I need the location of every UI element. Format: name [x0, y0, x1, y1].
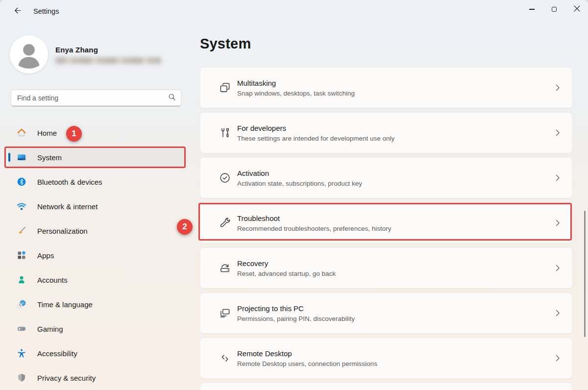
chevron-right-icon — [556, 265, 560, 271]
sidebar-item-home[interactable]: Home — [8, 124, 184, 142]
main-panel: System Multitasking Snap windows, deskto… — [186, 23, 588, 390]
window-title: Settings — [33, 7, 59, 15]
chevron-right-icon — [556, 355, 560, 362]
apps-icon — [17, 250, 26, 260]
accessibility-icon — [17, 348, 26, 358]
card-subtitle: Permissions, pairing PIN, discoverabilit… — [237, 315, 355, 322]
accounts-icon — [17, 275, 26, 285]
sidebar-item-label: Time & language — [37, 300, 93, 309]
card-title: Projecting to this PC — [237, 304, 355, 313]
back-arrow-icon — [13, 6, 22, 17]
search-box — [11, 90, 181, 106]
for-developers-icon — [219, 126, 231, 139]
remote-desktop-icon — [219, 352, 231, 365]
card-remote-desktop[interactable]: Remote Desktop Remote Desktop users, con… — [200, 338, 572, 379]
avatar — [10, 35, 48, 73]
multitasking-icon — [219, 81, 231, 94]
card-projecting-to-this-pc[interactable]: Projecting to this PC Permissions, pairi… — [200, 292, 572, 334]
home-icon — [17, 128, 26, 138]
sidebar-item-label: Accessibility — [37, 349, 77, 358]
sidebar-item-label: System — [37, 153, 62, 162]
profile-text: Enya Zhang — [55, 46, 161, 64]
card-subtitle: These settings are intended for developm… — [237, 135, 394, 142]
content-area: Enya Zhang Home System Bluetooth & devic… — [0, 23, 588, 390]
close-icon — [574, 5, 580, 14]
sidebar-item-gaming[interactable]: Gaming — [8, 320, 184, 338]
profile[interactable]: Enya Zhang — [10, 35, 161, 73]
sidebar-item-accessibility[interactable]: Accessibility — [8, 344, 184, 362]
search-input[interactable] — [17, 94, 168, 102]
chevron-right-icon — [556, 310, 560, 317]
network-icon — [17, 201, 26, 211]
search-icon — [168, 93, 176, 103]
card-troubleshoot[interactable]: Troubleshoot Recommended troubleshooters… — [200, 202, 572, 244]
chevron-right-icon — [556, 174, 560, 181]
minimize-button[interactable] — [520, 0, 543, 19]
troubleshoot-icon — [219, 217, 231, 229]
maximize-icon — [552, 7, 557, 12]
privacy-security-icon — [17, 373, 26, 383]
profile-email-redacted — [55, 57, 161, 64]
sidebar-item-system[interactable]: System — [8, 148, 184, 166]
personalization-icon — [17, 226, 26, 236]
card-multitasking[interactable]: Multitasking Snap windows, desktops, tas… — [200, 67, 572, 108]
card-subtitle: Snap windows, desktops, task switching — [237, 90, 355, 97]
system-icon — [17, 152, 26, 162]
card-recovery[interactable]: Recovery Reset, advanced startup, go bac… — [200, 247, 572, 289]
card-title: Activation — [237, 169, 362, 177]
sidebar-item-personalization[interactable]: Personalization — [8, 222, 184, 240]
settings-card-list: Multitasking Snap windows, desktops, tas… — [200, 67, 572, 390]
card-activation[interactable]: Activation Activation state, subscriptio… — [200, 157, 572, 198]
projecting-icon — [219, 307, 231, 319]
recovery-icon — [219, 262, 231, 274]
minimize-icon — [529, 9, 535, 9]
card-title: For developers — [237, 124, 394, 132]
card-title: Remote Desktop — [237, 349, 377, 358]
chevron-right-icon — [556, 219, 560, 226]
profile-name: Enya Zhang — [55, 46, 161, 54]
sidebar-item-label: Network & internet — [37, 202, 98, 211]
back-button[interactable] — [9, 4, 25, 19]
sidebar-item-label: Home — [37, 129, 57, 137]
sidebar-item-accounts[interactable]: Accounts — [8, 271, 184, 289]
card-subtitle: Activation state, subscriptions, product… — [237, 180, 362, 187]
sidebar-item-time-language[interactable]: Time & language — [8, 295, 184, 313]
sidebar-item-label: Bluetooth & devices — [37, 178, 102, 186]
sidebar-item-bluetooth-devices[interactable]: Bluetooth & devices — [8, 173, 184, 191]
sidebar-item-label: Gaming — [37, 325, 63, 333]
close-button[interactable] — [565, 0, 588, 19]
card-subtitle: Remote Desktop users, connection permiss… — [237, 360, 377, 367]
card-title: Troubleshoot — [237, 214, 391, 222]
sidebar-item-apps[interactable]: Apps — [8, 246, 184, 264]
scrollbar-thumb[interactable] — [584, 211, 586, 337]
titlebar: Settings — [0, 0, 588, 23]
card-subtitle: Reset, advanced startup, go back — [237, 270, 336, 277]
sidebar-item-privacy-security[interactable]: Privacy & security — [8, 369, 184, 387]
sidebar-item-label: Apps — [37, 251, 54, 260]
card-subtitle: Recommended troubleshooters, preferences… — [237, 225, 391, 232]
card-title: Recovery — [237, 259, 336, 268]
window-controls — [520, 0, 588, 19]
sidebar-item-label: Privacy & security — [37, 374, 96, 382]
page-title: System — [200, 35, 572, 52]
card-partial[interactable] — [200, 383, 572, 390]
card-title: Multitasking — [237, 79, 355, 87]
gaming-icon — [17, 324, 26, 334]
sidebar-nav: Home System Bluetooth & devices Network … — [0, 124, 184, 387]
sidebar-item-network-internet[interactable]: Network & internet — [8, 197, 184, 215]
activation-icon — [219, 171, 231, 184]
chevron-right-icon — [556, 84, 560, 91]
sidebar-item-label: Personalization — [37, 227, 88, 235]
chevron-right-icon — [556, 129, 560, 136]
settings-window: Settings Enya Zhang — [0, 0, 588, 390]
time-language-icon — [17, 299, 26, 309]
maximize-button[interactable] — [543, 0, 565, 19]
sidebar-item-label: Accounts — [37, 276, 68, 284]
bluetooth-icon — [17, 177, 26, 187]
sidebar: Enya Zhang Home System Bluetooth & devic… — [0, 23, 186, 390]
card-for-developers[interactable]: For developers These settings are intend… — [200, 112, 572, 153]
